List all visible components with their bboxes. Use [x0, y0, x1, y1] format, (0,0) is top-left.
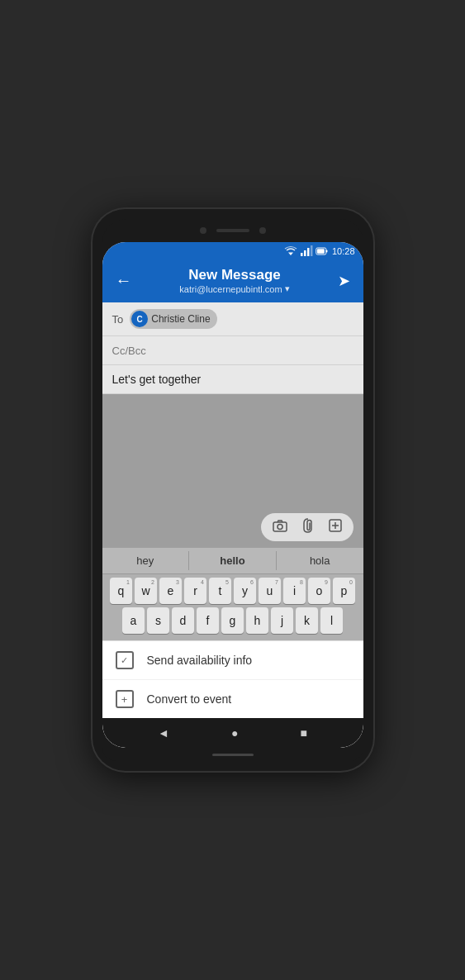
status-bar: 10:28 — [102, 242, 363, 260]
to-label: To — [112, 313, 124, 326]
keyboard-row-2: a s d f g h j k l — [104, 607, 362, 634]
svg-rect-4 — [311, 245, 313, 256]
front-camera-icon — [200, 227, 206, 234]
status-icons — [284, 245, 329, 258]
svg-rect-7 — [317, 249, 325, 254]
email-header: ← New Message katri@lucernepubintl.com ▾… — [102, 260, 363, 302]
key-q[interactable]: 1q — [110, 578, 132, 604]
svg-rect-2 — [304, 250, 306, 256]
subject-text: Let's get together — [112, 373, 202, 386]
key-p[interactable]: 0p — [333, 578, 355, 604]
attach-button[interactable] — [299, 516, 317, 538]
key-s[interactable]: s — [147, 607, 169, 634]
keyboard-row-1: 1q 2w 3e 4r 5t 6y 7u 8i 9o 0p — [104, 578, 362, 604]
nav-recent-button[interactable]: ■ — [300, 726, 306, 740]
home-indicator — [212, 754, 254, 756]
svg-rect-6 — [326, 250, 328, 252]
recipient-chip[interactable]: C Christie Cline — [130, 309, 216, 329]
phone-screen: 10:28 ← New Message katri@lucernepubintl… — [102, 242, 363, 748]
suggestion-hola[interactable]: hola — [277, 551, 363, 570]
sender-account: katri@lucernepubintl.com ▾ — [179, 283, 289, 294]
cc-bcc-field[interactable]: Cc/Bcc — [102, 336, 363, 365]
subject-field[interactable]: Let's get together — [102, 365, 363, 394]
cc-label: Cc/Bcc — [112, 345, 146, 357]
send-availability-label: Send availability info — [147, 654, 253, 667]
key-w[interactable]: 2w — [135, 578, 157, 604]
key-d[interactable]: d — [172, 607, 194, 634]
key-o[interactable]: 9o — [308, 578, 330, 604]
phone-frame: 10:28 ← New Message katri@lucernepubintl… — [93, 209, 373, 771]
key-h[interactable]: h — [246, 607, 268, 634]
svg-point-9 — [278, 525, 282, 530]
availability-icon: ✓ — [116, 651, 134, 669]
battery-icon — [316, 245, 329, 258]
suggestion-hello[interactable]: hello — [189, 551, 277, 570]
message-area[interactable] — [102, 394, 363, 507]
key-t[interactable]: 5t — [209, 578, 231, 604]
key-a[interactable]: a — [122, 607, 145, 634]
svg-rect-8 — [273, 522, 287, 531]
key-k[interactable]: k — [296, 607, 318, 634]
nav-home-button[interactable]: ● — [231, 726, 238, 740]
to-field[interactable]: To C Christie Cline — [102, 302, 363, 336]
status-time: 10:28 — [332, 246, 355, 256]
key-l[interactable]: l — [320, 607, 343, 634]
nav-bar: ◄ ● ■ — [102, 718, 363, 748]
compose-toolbar — [102, 507, 363, 548]
nav-back-button[interactable]: ◄ — [158, 726, 169, 740]
toolbar-buttons — [261, 513, 353, 541]
svg-marker-0 — [288, 253, 293, 256]
key-r[interactable]: 4r — [184, 578, 206, 604]
suggestion-hey[interactable]: hey — [102, 551, 190, 570]
key-y[interactable]: 6y — [234, 578, 256, 604]
convert-to-event-item[interactable]: + Convert to event — [102, 680, 363, 718]
recipient-avatar: C — [131, 311, 148, 327]
svg-rect-3 — [307, 248, 310, 256]
back-button[interactable]: ← — [112, 268, 135, 293]
word-suggestions: hey hello hola — [102, 548, 363, 574]
key-g[interactable]: g — [221, 607, 244, 634]
camera-button[interactable] — [269, 517, 291, 537]
send-button[interactable]: ➤ — [335, 269, 353, 293]
key-j[interactable]: j — [271, 607, 293, 634]
signal-icon — [300, 245, 313, 258]
front-sensor-icon — [259, 227, 266, 234]
svg-rect-1 — [301, 253, 303, 256]
wifi-icon — [284, 245, 297, 258]
compose-title: New Message — [179, 267, 289, 283]
key-u[interactable]: 7u — [259, 578, 281, 604]
keyboard-rows: 1q 2w 3e 4r 5t 6y 7u 8i 9o 0p a s — [102, 574, 363, 640]
email-body: To C Christie Cline Cc/Bcc Let's get tog… — [102, 302, 363, 718]
key-i[interactable]: 8i — [283, 578, 306, 604]
bottom-bezel — [102, 748, 363, 761]
convert-to-event-label: Convert to event — [147, 692, 232, 706]
key-e[interactable]: 3e — [159, 578, 182, 604]
event-icon: + — [116, 690, 134, 708]
bottom-menu: ✓ Send availability info + Convert to ev… — [102, 640, 363, 718]
keyboard-area: hey hello hola 1q 2w 3e 4r — [102, 548, 363, 640]
header-title-area: New Message katri@lucernepubintl.com ▾ — [179, 267, 289, 294]
top-bezel — [102, 219, 363, 242]
recipient-name: Christie Cline — [151, 313, 210, 325]
send-availability-item[interactable]: ✓ Send availability info — [102, 641, 363, 680]
key-f[interactable]: f — [197, 607, 219, 634]
front-speaker — [216, 229, 249, 232]
plus-button[interactable] — [325, 517, 345, 537]
